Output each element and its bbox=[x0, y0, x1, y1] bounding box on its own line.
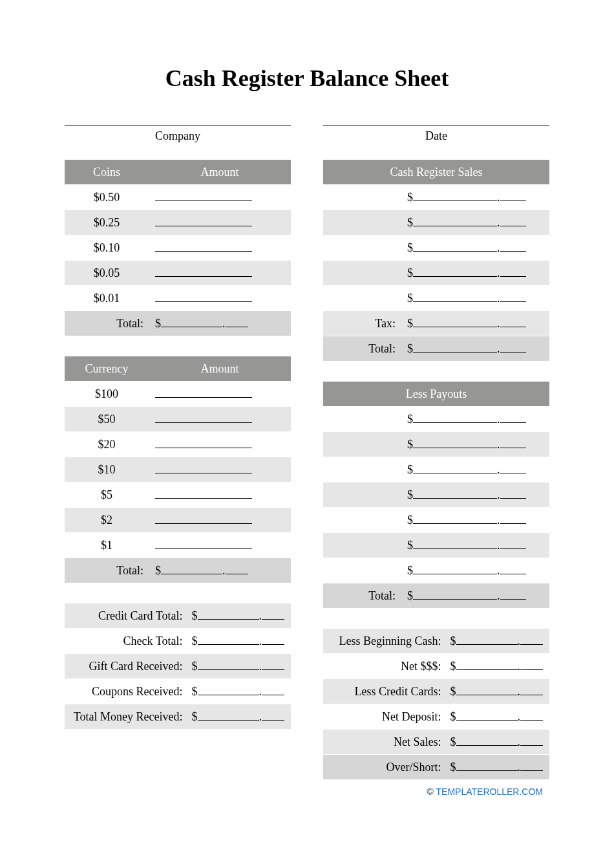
summary-row: Net Sales:$. bbox=[323, 730, 549, 754]
coin-amount[interactable] bbox=[149, 185, 291, 210]
coins-header-left: Coins bbox=[65, 160, 149, 184]
currency-amount[interactable] bbox=[149, 508, 291, 532]
summary-label: Net Sales: bbox=[323, 730, 448, 754]
sales-value[interactable]: $. bbox=[401, 286, 549, 310]
date-label: Date bbox=[323, 129, 549, 143]
currency-amount[interactable] bbox=[149, 407, 291, 431]
summary-row: Gift Card Received:$. bbox=[65, 654, 291, 678]
coin-amount[interactable] bbox=[149, 210, 291, 235]
payout-value[interactable]: $. bbox=[401, 558, 549, 583]
currency-row: $100 bbox=[65, 382, 291, 406]
summary-row: Less Credit Cards:$. bbox=[323, 679, 549, 704]
currency-denom: $100 bbox=[65, 382, 149, 406]
sales-total-value[interactable]: $. bbox=[401, 336, 549, 361]
currency-row: $2 bbox=[65, 508, 291, 532]
coin-amount[interactable] bbox=[149, 261, 291, 285]
currency-amount[interactable] bbox=[149, 457, 291, 482]
summary-value[interactable]: $. bbox=[189, 654, 291, 678]
main-columns: Company Coins Amount $0.50 $0.25 $0.10 $… bbox=[65, 124, 549, 780]
coin-row: $0.25 bbox=[65, 210, 291, 235]
summary-value[interactable]: $. bbox=[448, 629, 550, 653]
sales-value[interactable]: $. bbox=[401, 261, 549, 285]
payout-row: $. bbox=[323, 558, 549, 583]
summary-value[interactable]: $. bbox=[189, 679, 291, 704]
sales-value[interactable]: $. bbox=[401, 235, 549, 260]
payouts-header: Less Payouts bbox=[323, 382, 549, 406]
coin-total-amount[interactable]: $. bbox=[149, 311, 291, 336]
summary-value[interactable]: $. bbox=[189, 704, 291, 729]
payouts-total-value[interactable]: $. bbox=[401, 583, 549, 608]
summary-label: Gift Card Received: bbox=[65, 654, 189, 678]
coin-amount[interactable] bbox=[149, 286, 291, 310]
coin-amount[interactable] bbox=[149, 235, 291, 260]
currency-row: $20 bbox=[65, 432, 291, 457]
summary-row: Check Total:$. bbox=[65, 629, 291, 653]
sales-row: $. bbox=[323, 235, 549, 260]
summary-row: Over/Short:$. bbox=[323, 755, 549, 779]
summary-value[interactable]: $. bbox=[448, 654, 550, 678]
currency-denom: $5 bbox=[65, 483, 149, 507]
left-summary-table: Credit Card Total:$. Check Total:$. Gift… bbox=[65, 603, 291, 730]
payout-row: $. bbox=[323, 533, 549, 558]
summary-label: Net $$$: bbox=[323, 654, 448, 678]
currency-amount[interactable] bbox=[149, 533, 291, 558]
coin-denom: $0.50 bbox=[65, 185, 149, 210]
sales-header-row: Cash Register Sales bbox=[323, 160, 549, 184]
payout-value[interactable]: $. bbox=[401, 457, 549, 482]
currency-total-amount[interactable]: $. bbox=[149, 558, 291, 583]
payout-row: $. bbox=[323, 432, 549, 457]
currency-header-left: Currency bbox=[65, 356, 149, 381]
summary-row: Net Deposit:$. bbox=[323, 704, 549, 729]
sales-row: $. bbox=[323, 286, 549, 310]
payout-value[interactable]: $. bbox=[401, 407, 549, 431]
summary-value[interactable]: $. bbox=[448, 704, 550, 729]
currency-denom: $10 bbox=[65, 457, 149, 482]
currency-amount[interactable] bbox=[149, 382, 291, 406]
summary-label: Credit Card Total: bbox=[65, 603, 189, 628]
coin-denom: $0.25 bbox=[65, 210, 149, 235]
currency-amount[interactable] bbox=[149, 432, 291, 457]
payout-value[interactable]: $. bbox=[401, 483, 549, 507]
coin-row: $0.05 bbox=[65, 261, 291, 285]
sales-row: $. bbox=[323, 210, 549, 235]
summary-label: Total Money Received: bbox=[65, 704, 189, 729]
sales-value[interactable]: $. bbox=[401, 210, 549, 235]
summary-value[interactable]: $. bbox=[189, 629, 291, 653]
currency-amount[interactable] bbox=[149, 483, 291, 507]
sales-value[interactable]: $. bbox=[401, 185, 549, 210]
currency-row: $1 bbox=[65, 533, 291, 558]
summary-value[interactable]: $. bbox=[448, 679, 550, 704]
summary-value[interactable]: $. bbox=[448, 755, 550, 779]
summary-value[interactable]: $. bbox=[448, 730, 550, 754]
coin-denom: $0.01 bbox=[65, 286, 149, 310]
payout-value[interactable]: $. bbox=[401, 508, 549, 532]
summary-label: Coupons Received: bbox=[65, 679, 189, 704]
company-blank-line[interactable] bbox=[65, 124, 291, 125]
coins-header-right: Amount bbox=[149, 160, 291, 184]
currency-row: $50 bbox=[65, 407, 291, 431]
sales-tax-value[interactable]: $. bbox=[401, 311, 549, 336]
summary-label: Check Total: bbox=[65, 629, 189, 653]
date-blank-line[interactable] bbox=[323, 124, 549, 125]
summary-label: Less Credit Cards: bbox=[323, 679, 448, 704]
payouts-total-label: Total: bbox=[323, 583, 401, 608]
summary-label: Less Beginning Cash: bbox=[323, 629, 448, 653]
payout-row: $. bbox=[323, 457, 549, 482]
sales-tax-row: Tax:$. bbox=[323, 311, 549, 336]
summary-value[interactable]: $. bbox=[189, 603, 291, 628]
summary-row: Credit Card Total:$. bbox=[65, 603, 291, 628]
summary-row: Net $$$:$. bbox=[323, 654, 549, 678]
sales-total-row: Total:$. bbox=[323, 336, 549, 361]
payout-value[interactable]: $. bbox=[401, 432, 549, 457]
left-column: Company Coins Amount $0.50 $0.25 $0.10 $… bbox=[65, 124, 291, 780]
payout-value[interactable]: $. bbox=[401, 533, 549, 558]
sales-table: Cash Register Sales $. $. $. $. $. Tax:$… bbox=[323, 159, 549, 362]
summary-row: Coupons Received:$. bbox=[65, 679, 291, 704]
page-container: Cash Register Balance Sheet Company Coin… bbox=[0, 0, 614, 806]
coin-denom: $0.05 bbox=[65, 261, 149, 285]
footer-link[interactable]: TEMPLATEROLLER.COM bbox=[436, 787, 543, 797]
sales-header: Cash Register Sales bbox=[323, 160, 549, 184]
summary-row: Total Money Received:$. bbox=[65, 704, 291, 729]
currency-row: $5 bbox=[65, 483, 291, 507]
currency-denom: $2 bbox=[65, 508, 149, 532]
